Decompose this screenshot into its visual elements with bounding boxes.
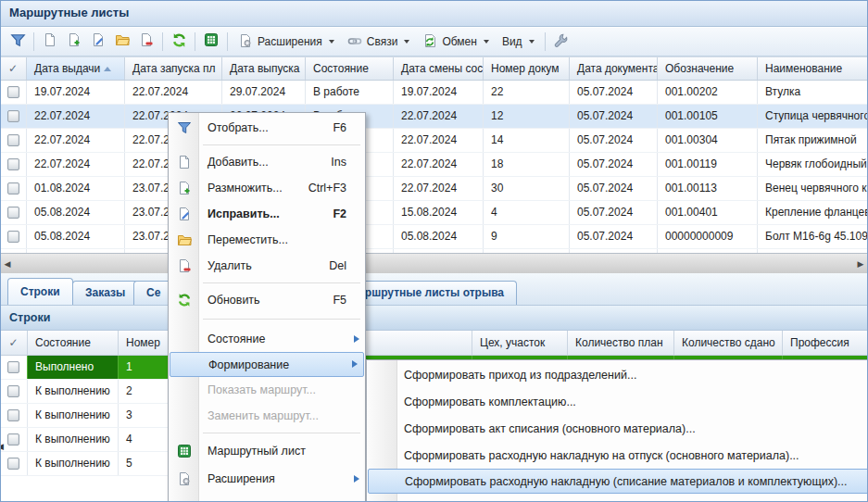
state-cell[interactable]: К выполнению <box>28 452 119 475</box>
cell[interactable]: 05.08.2024 <box>27 225 125 248</box>
menu-item-state[interactable]: Состояние <box>169 326 365 352</box>
row-checkbox[interactable] <box>7 182 19 195</box>
cell[interactable]: 05.08.2024 <box>394 225 484 248</box>
row-checkbox[interactable] <box>7 134 19 146</box>
cell[interactable]: 4 <box>484 201 570 224</box>
column-header-workshop[interactable]: Цех, участок <box>472 331 568 355</box>
state-cell[interactable]: К выполнению <box>28 404 119 427</box>
cell[interactable]: 001.00105 <box>658 105 758 128</box>
cell[interactable]: 22.07.2024 <box>125 81 222 104</box>
column-header-doc-date[interactable]: Дата документа <box>570 57 658 80</box>
tab-orders[interactable]: Заказы <box>72 281 138 305</box>
row-checkbox[interactable] <box>7 385 19 397</box>
cell[interactable]: 05.07.2024 <box>570 129 658 152</box>
submenu-item-issue-invoice[interactable]: Сформировать расходную накладную на отпу… <box>367 442 868 469</box>
cell[interactable]: Венец червячного к <box>758 177 868 200</box>
menu-item-move[interactable]: Переместить... <box>169 227 365 253</box>
copy-document-button[interactable] <box>63 31 85 52</box>
row-checkbox[interactable] <box>7 86 19 98</box>
column-header-doc-number[interactable]: Номер докум <box>484 57 570 80</box>
exchange-menu-button[interactable]: Обмен <box>416 31 496 52</box>
cell[interactable]: 14 <box>484 129 570 152</box>
cell[interactable]: Крепление фланцев <box>758 201 868 224</box>
table-row[interactable]: 01.08.202423.07.202422.07.20243005.07.20… <box>0 177 868 201</box>
menu-item-forming[interactable]: Формирование <box>170 352 364 377</box>
cell[interactable]: 22.07.2024 <box>394 129 484 152</box>
cell[interactable]: В работе <box>306 81 394 104</box>
cell[interactable]: Ступица червячного <box>758 105 868 128</box>
column-header-issue-date[interactable]: Дата выдачи <box>27 57 125 80</box>
state-cell[interactable]: К выполнению <box>28 428 119 451</box>
cell[interactable]: 22.07.2024 <box>27 105 125 128</box>
refresh-button[interactable] <box>168 31 190 52</box>
cell[interactable]: 19.07.2024 <box>27 81 125 104</box>
submenu-item-writeoff-invoice[interactable]: Сформировать расходную накладную (списан… <box>368 469 868 494</box>
menu-item-edit[interactable]: Исправить...F2 <box>169 201 365 227</box>
cell[interactable]: 30 <box>484 177 570 200</box>
cell[interactable]: 22.07.2024 <box>394 105 484 128</box>
cell[interactable]: 15.08.2024 <box>394 201 484 224</box>
cell[interactable]: Втулка <box>758 81 868 104</box>
cell[interactable]: 22.07.2024 <box>27 129 125 152</box>
delete-document-button[interactable] <box>135 31 157 52</box>
cell[interactable]: 05.07.2024 <box>570 177 658 200</box>
state-cell[interactable]: Выполнено <box>28 356 119 379</box>
cell[interactable]: 001.00304 <box>658 129 758 152</box>
settings-wrench-button[interactable] <box>550 31 572 52</box>
column-header-check[interactable]: ✓ <box>0 57 27 80</box>
menu-item-refresh[interactable]: ОбновитьF5 <box>169 287 365 313</box>
table-row-selected[interactable]: 22.07.202422.07.202426.07.2024В работе22… <box>0 105 868 129</box>
horizontal-scrollbar[interactable]: ◀ ▶ <box>0 253 868 273</box>
cell[interactable]: 05.07.2024 <box>570 81 658 104</box>
column-header-name[interactable]: Наименование <box>758 57 868 80</box>
menu-item-extensions[interactable]: Расширения <box>169 465 365 493</box>
excel-export-button[interactable] <box>200 31 222 52</box>
row-checkbox[interactable] <box>7 158 19 170</box>
column-header-qty-done[interactable]: Количество сдано <box>674 331 783 355</box>
cell[interactable]: 29.07.2024 <box>222 81 306 104</box>
cell[interactable]: 19.07.2024 <box>394 81 484 104</box>
row-checkbox[interactable] <box>7 433 19 446</box>
cell[interactable]: 18 <box>484 153 570 176</box>
menu-item-delete[interactable]: УдалитьDel <box>169 253 365 279</box>
column-header-state[interactable]: Состояние <box>306 57 394 80</box>
column-header-release-date[interactable]: Дата выпуска <box>222 57 306 80</box>
row-checkbox[interactable] <box>7 361 19 373</box>
filter-button[interactable] <box>6 31 29 52</box>
row-checkbox[interactable] <box>7 458 19 470</box>
column-header-profession[interactable]: Профессия <box>783 331 868 355</box>
table-row[interactable]: 05.08.202423.07.202415.08.2024405.07.202… <box>0 201 868 225</box>
column-header-designation[interactable]: Обозначение <box>658 57 758 80</box>
cell[interactable]: 001.00119 <box>658 153 758 176</box>
cell[interactable]: Болт М16-6g 45.109 <box>758 225 868 248</box>
cell[interactable]: 001.00202 <box>658 81 758 104</box>
menu-item-route-sheet[interactable]: Маршрутный лист <box>169 437 365 465</box>
cell[interactable]: 05.08.2024 <box>27 201 125 224</box>
column-header-launch-date[interactable]: Дата запуска пл <box>125 57 222 80</box>
scroll-left-icon[interactable]: ◀ <box>0 254 15 274</box>
submenu-item-writeoff-act[interactable]: Сформировать акт списания (основного мат… <box>367 415 868 442</box>
menu-item-select[interactable]: Отобрать...F6 <box>169 115 365 141</box>
cell[interactable]: 001.00401 <box>658 201 758 224</box>
row-checkbox[interactable] <box>7 231 19 243</box>
cell[interactable]: 9 <box>484 225 570 248</box>
column-header-state[interactable]: Состояние <box>28 331 119 355</box>
edit-document-button[interactable] <box>87 31 109 52</box>
cell[interactable]: 05.07.2024 <box>570 153 658 176</box>
column-header-qty-plan[interactable]: Количество план <box>568 331 674 355</box>
column-header-check[interactable]: ✓ <box>0 331 28 355</box>
cell[interactable]: Червяк глобоидный <box>758 153 868 176</box>
scroll-right-icon[interactable]: ▶ <box>853 254 868 274</box>
cell[interactable]: Пятак прижимной <box>758 129 868 152</box>
extensions-menu-button[interactable]: Расширения <box>232 31 341 52</box>
cell[interactable]: 22.07.2024 <box>394 153 484 176</box>
cell[interactable]: 00000000009 <box>658 225 758 248</box>
submenu-item-receipt-from-departments[interactable]: Сформировать приход из подразделений... <box>367 361 868 388</box>
new-document-button[interactable] <box>39 31 61 52</box>
cell[interactable]: 05.07.2024 <box>570 105 658 128</box>
submenu-item-kitting[interactable]: Сформировать комплектацию... <box>367 388 868 415</box>
column-header-state-change-date[interactable]: Дата смены сос <box>394 57 484 80</box>
row-checkbox[interactable] <box>7 207 19 219</box>
cell[interactable]: 22.07.2024 <box>394 177 484 200</box>
cell[interactable]: 01.08.2024 <box>27 177 125 200</box>
